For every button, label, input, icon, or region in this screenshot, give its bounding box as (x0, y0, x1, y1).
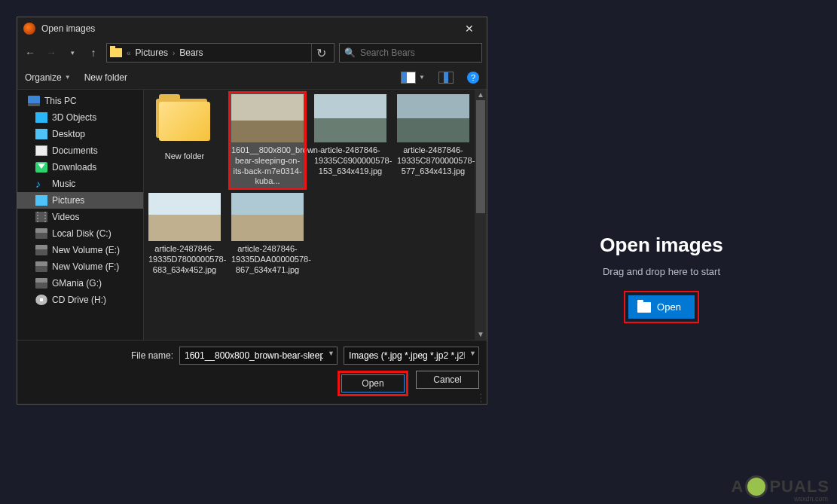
image-thumbnail (397, 94, 469, 142)
toolbar: Organize ▼ New folder ▼ ? (17, 66, 487, 90)
cancel-button[interactable]: Cancel (416, 371, 479, 389)
tree-gmania-g[interactable]: GMania (G:) (17, 275, 143, 292)
folder-icon (148, 94, 221, 148)
image-thumbnail (314, 94, 386, 142)
disk-icon (35, 228, 47, 239)
disk-icon (35, 245, 47, 255)
tree-new-volume-f[interactable]: New Volume (F:) (17, 258, 143, 275)
search-icon: 🔍 (344, 47, 356, 58)
forward-icon: → (43, 44, 60, 61)
tree-this-pc[interactable]: This PC (17, 93, 143, 109)
breadcrumb-bears[interactable]: Bears (179, 47, 203, 58)
open-button-label: Open (657, 301, 681, 313)
address-bar[interactable]: « Pictures › Bears ↻ (106, 43, 334, 63)
folder-tree[interactable]: This PC 3D Objects Desktop Documents Dow… (17, 90, 144, 340)
navigation-bar: ← → ▾ ↑ « Pictures › Bears ↻ 🔍 (17, 40, 487, 66)
tree-label: Videos (52, 212, 79, 222)
cd-icon (35, 295, 47, 305)
pc-icon (28, 96, 40, 106)
tree-music[interactable]: ♪Music (17, 176, 143, 192)
highlight-box: Open (338, 371, 408, 396)
highlight-box: Open (624, 291, 699, 323)
chevron-right-icon: › (173, 49, 175, 57)
folder-icon (637, 302, 651, 313)
pictures-icon (35, 195, 47, 206)
search-box[interactable]: 🔍 (339, 43, 482, 63)
app-icon (23, 23, 35, 35)
organize-label: Organize (25, 72, 62, 83)
scroll-thumb[interactable] (476, 100, 485, 213)
tree-label: Desktop (52, 129, 85, 139)
tree-label: New Volume (F:) (52, 261, 119, 272)
tree-label: CD Drive (H:) (52, 295, 106, 305)
dialog-title: Open images (41, 23, 458, 34)
tree-label: Music (52, 179, 75, 189)
tree-new-volume-e[interactable]: New Volume (E:) (17, 242, 143, 258)
download-icon (35, 162, 47, 173)
preview-pane-icon[interactable] (438, 72, 454, 84)
file-label: 1601__800x800_brown-bear-sleeping-on-its… (231, 145, 321, 185)
tree-pictures[interactable]: Pictures (17, 192, 143, 209)
tree-3d-objects[interactable]: 3D Objects (17, 109, 143, 126)
scroll-up-icon[interactable]: ▲ (475, 90, 487, 100)
disk-icon (35, 261, 47, 272)
file-item[interactable]: article-2487846-19335C8700000578-577_634… (396, 93, 471, 188)
filename-input[interactable] (179, 347, 338, 365)
drop-title: Open images (600, 234, 722, 257)
app-drop-area[interactable]: Open images Drag and drop here to start … (486, 0, 837, 504)
recent-dropdown-icon[interactable]: ▾ (64, 44, 81, 61)
music-icon: ♪ (35, 179, 47, 189)
file-label: article-2487846-19335DAA00000578-867_634… (231, 244, 311, 274)
file-item[interactable]: article-2487846-19335D7800000578-683_634… (147, 191, 222, 276)
scroll-down-icon[interactable]: ▼ (475, 329, 487, 340)
close-icon[interactable]: ✕ (458, 23, 481, 35)
file-item-selected[interactable]: 1601__800x800_brown-bear-sleeping-on-its… (230, 93, 305, 188)
back-icon[interactable]: ← (22, 44, 38, 61)
file-label: article-2487846-19335D7800000578-683_634… (148, 244, 226, 274)
refresh-icon[interactable]: ↻ (311, 44, 331, 62)
tree-desktop[interactable]: Desktop (17, 126, 143, 142)
tree-cd-drive-h[interactable]: CD Drive (H:) (17, 292, 143, 308)
cube-icon (35, 112, 47, 123)
filetype-select[interactable] (344, 347, 479, 365)
open-button[interactable]: Open (341, 374, 405, 393)
file-label: New folder (165, 151, 205, 160)
tree-documents[interactable]: Documents (17, 142, 143, 159)
document-icon (35, 145, 47, 156)
view-icon (401, 72, 416, 84)
titlebar[interactable]: Open images ✕ (17, 17, 487, 40)
file-label: article-2487846-19335C6900000578-153_634… (314, 145, 392, 176)
breadcrumb-pictures[interactable]: Pictures (136, 47, 168, 58)
tree-local-disk-c[interactable]: Local Disk (C:) (17, 225, 143, 242)
tree-label: 3D Objects (52, 112, 96, 123)
up-icon[interactable]: ↑ (85, 44, 102, 61)
new-folder-button[interactable]: New folder (84, 72, 127, 83)
search-input[interactable] (360, 47, 477, 58)
tree-label: Local Disk (C:) (52, 228, 111, 239)
watermark-url: wsxdn.com (794, 495, 828, 502)
tree-label: This PC (44, 96, 77, 106)
tree-label: Documents (52, 145, 98, 156)
chevron-left-icon[interactable]: « (127, 49, 131, 57)
tree-videos[interactable]: Videos (17, 209, 143, 225)
chevron-down-icon: ▼ (419, 74, 425, 81)
file-item[interactable]: article-2487846-19335C6900000578-153_634… (313, 93, 388, 188)
tree-label: New Volume (E:) (52, 245, 120, 255)
file-list[interactable]: New folder 1601__800x800_brown-bear-slee… (144, 90, 487, 340)
folder-icon (110, 48, 122, 57)
image-thumbnail (148, 193, 221, 241)
open-button[interactable]: Open (628, 295, 695, 319)
tree-label: Downloads (52, 162, 96, 173)
scrollbar[interactable]: ▲ ▼ (475, 90, 487, 340)
filename-label: File name: (131, 350, 173, 361)
chevron-down-icon: ▼ (65, 74, 71, 81)
file-item-folder[interactable]: New folder (147, 93, 222, 188)
tree-label: Pictures (52, 195, 84, 206)
view-mode-button[interactable]: ▼ (401, 72, 425, 84)
help-icon[interactable]: ? (467, 72, 479, 84)
tree-downloads[interactable]: Downloads (17, 159, 143, 176)
organize-menu[interactable]: Organize ▼ (25, 72, 71, 83)
image-thumbnail (231, 193, 304, 241)
video-icon (35, 212, 47, 222)
file-item[interactable]: article-2487846-19335DAA00000578-867_634… (230, 191, 305, 276)
